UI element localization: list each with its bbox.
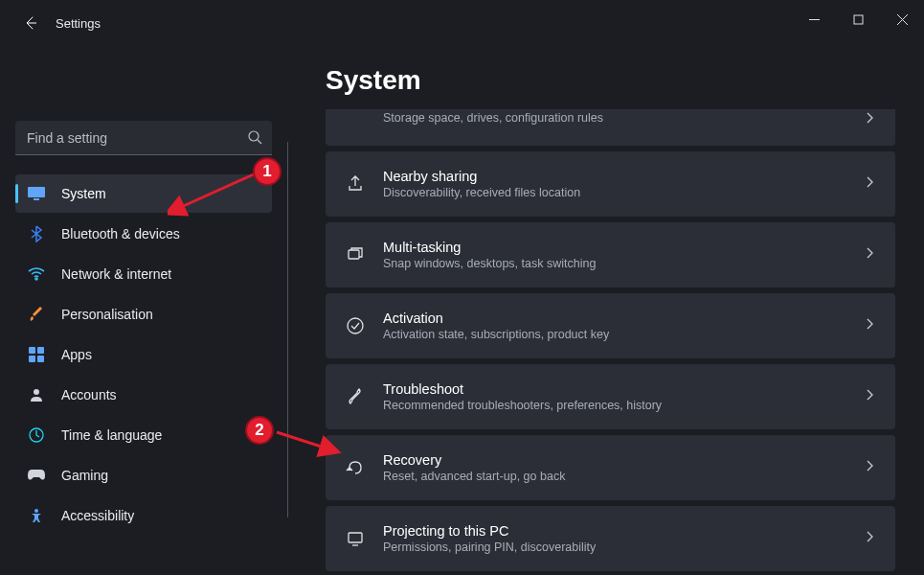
- wrench-icon: [345, 387, 366, 406]
- sidebar-item-accessibility[interactable]: Accessibility: [15, 496, 272, 535]
- sidebar: System Bluetooth & devices Network & int…: [0, 46, 287, 575]
- svg-rect-1: [854, 15, 863, 24]
- brush-icon: [27, 305, 46, 324]
- tile-storage[interactable]: Storage space, drives, configuration rul…: [326, 109, 895, 146]
- chevron-right-icon: [863, 317, 876, 334]
- tile-subtitle: Reset, advanced start-up, go back: [383, 470, 863, 483]
- tile-multitasking[interactable]: Multi-taskingSnap windows, desktops, tas…: [326, 222, 895, 288]
- sidebar-item-accounts[interactable]: Accounts: [15, 376, 272, 414]
- page-title: System: [326, 65, 895, 96]
- chevron-right-icon: [863, 388, 876, 405]
- svg-point-4: [249, 131, 259, 141]
- maximize-button[interactable]: [836, 0, 880, 38]
- tile-title: Projecting to this PC: [383, 523, 863, 540]
- windows-stack-icon: [345, 245, 366, 264]
- chevron-right-icon: [863, 111, 876, 128]
- back-button[interactable]: [15, 8, 46, 38]
- annotation-badge-1: 1: [253, 157, 282, 186]
- sidebar-item-label: Accounts: [61, 387, 117, 402]
- wifi-icon: [27, 264, 46, 284]
- tile-recovery[interactable]: RecoveryReset, advanced start-up, go bac…: [326, 435, 895, 500]
- bluetooth-icon: [27, 224, 46, 243]
- chevron-right-icon: [863, 459, 876, 476]
- sidebar-item-label: Gaming: [61, 468, 108, 483]
- tile-subtitle: Snap windows, desktops, task switching: [383, 257, 863, 270]
- minimize-button[interactable]: [792, 0, 836, 38]
- sidebar-item-label: Accessibility: [61, 508, 134, 523]
- chevron-right-icon: [863, 175, 876, 193]
- check-circle-icon: [345, 316, 366, 335]
- sidebar-item-label: Network & internet: [61, 266, 171, 282]
- tile-activation[interactable]: ActivationActivation state, subscription…: [326, 293, 895, 358]
- main-content: System Storage space, drives, configurat…: [287, 46, 924, 575]
- close-button[interactable]: [880, 0, 924, 38]
- recovery-icon: [345, 458, 366, 477]
- svg-rect-12: [37, 356, 44, 362]
- sidebar-item-time[interactable]: Time & language: [15, 416, 272, 454]
- sidebar-item-label: System: [61, 186, 106, 201]
- svg-rect-11: [29, 356, 35, 362]
- svg-point-15: [34, 509, 38, 513]
- svg-rect-18: [349, 533, 362, 542]
- svg-line-5: [258, 140, 261, 144]
- sidebar-item-label: Time & language: [61, 427, 162, 443]
- tile-title: Activation: [383, 310, 863, 327]
- search-icon: [247, 129, 262, 149]
- apps-icon: [27, 345, 46, 364]
- tile-projecting[interactable]: Projecting to this PCPermissions, pairin…: [326, 506, 895, 571]
- tile-subtitle: Activation state, subscriptions, product…: [383, 328, 863, 341]
- clock-globe-icon: [27, 426, 46, 445]
- svg-point-17: [348, 318, 363, 334]
- svg-rect-16: [349, 250, 359, 259]
- sidebar-item-network[interactable]: Network & internet: [15, 255, 272, 293]
- tile-title: Nearby sharing: [383, 169, 863, 185]
- chevron-right-icon: [863, 246, 876, 264]
- project-icon: [345, 529, 366, 548]
- search-input[interactable]: [15, 121, 272, 155]
- sidebar-item-label: Personalisation: [61, 307, 153, 322]
- svg-rect-9: [29, 347, 35, 354]
- sidebar-item-label: Apps: [61, 347, 92, 362]
- sidebar-item-system[interactable]: System: [15, 174, 272, 213]
- annotation-badge-2: 2: [245, 416, 274, 445]
- svg-rect-7: [34, 198, 39, 200]
- sidebar-item-bluetooth[interactable]: Bluetooth & devices: [15, 215, 272, 253]
- sidebar-item-label: Bluetooth & devices: [61, 226, 180, 242]
- tile-subtitle: Permissions, pairing PIN, discoverabilit…: [383, 540, 863, 554]
- svg-rect-6: [28, 187, 45, 197]
- tile-title: Multi-tasking: [383, 240, 863, 256]
- sidebar-item-personalisation[interactable]: Personalisation: [15, 295, 272, 334]
- tile-troubleshoot[interactable]: TroubleshootRecommended troubleshooters,…: [326, 364, 895, 429]
- tile-subtitle: Recommended troubleshooters, preferences…: [383, 399, 863, 412]
- chevron-right-icon: [863, 530, 876, 547]
- person-icon: [27, 385, 46, 404]
- svg-rect-10: [37, 347, 44, 354]
- monitor-icon: [27, 184, 46, 203]
- gamepad-icon: [27, 466, 46, 485]
- tile-title: Troubleshoot: [383, 381, 863, 398]
- tile-nearby-sharing[interactable]: Nearby sharingDiscoverability, received …: [326, 151, 895, 217]
- svg-point-13: [34, 389, 39, 395]
- accessibility-icon: [27, 506, 46, 525]
- sidebar-item-apps[interactable]: Apps: [15, 335, 272, 374]
- share-icon: [345, 174, 366, 194]
- tile-subtitle: Storage space, drives, configuration rul…: [383, 111, 863, 125]
- tile-title: Recovery: [383, 452, 863, 469]
- svg-point-8: [35, 278, 37, 280]
- scroll-indicator: [287, 142, 288, 518]
- window-title: Settings: [56, 16, 101, 31]
- tile-subtitle: Discoverability, received files location: [383, 186, 863, 199]
- sidebar-item-gaming[interactable]: Gaming: [15, 456, 272, 494]
